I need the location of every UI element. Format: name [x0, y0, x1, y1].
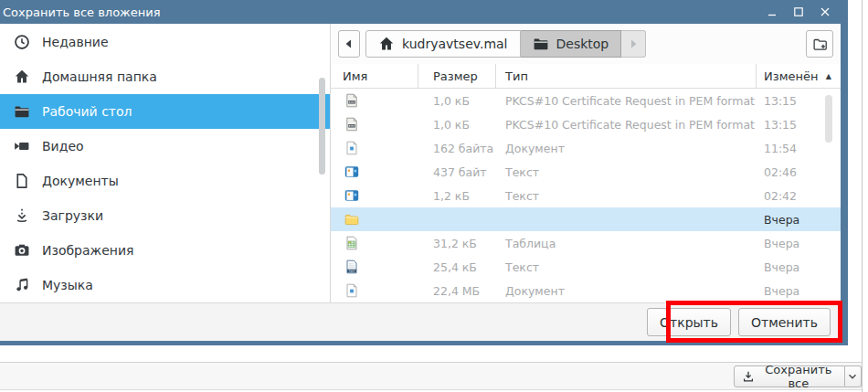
new-folder-button[interactable] — [806, 30, 833, 58]
file-type-cell: Текст — [496, 189, 757, 203]
forward-arrow-icon — [627, 37, 640, 50]
file-name-cell — [331, 283, 418, 298]
file-type-cell: Таблица — [496, 237, 757, 250]
file-row[interactable]: 1,0 кБPKCS#10 Certificate Request in PEM… — [331, 112, 841, 136]
file-modified-cell: Вчера — [757, 213, 841, 227]
breadcrumb-label: kudryavtsev.mal — [402, 37, 508, 51]
folder-crumb-icon — [533, 36, 549, 52]
file-row[interactable]: 31,2 кБТаблицаВчера — [331, 231, 841, 255]
file-size-cell: 1,2 кБ — [418, 189, 496, 203]
sidebar-item[interactable]: Рабочий стол — [0, 94, 330, 129]
back-arrow-icon — [343, 37, 355, 50]
sidebar-item-label: Видео — [42, 139, 84, 154]
file-type-cell: PKCS#10 Certificate Request in PEM forma… — [496, 118, 757, 132]
file-row[interactable]: 22,4 МБДокументВчера — [331, 279, 841, 302]
background-window-edge — [862, 0, 863, 392]
home-icon — [14, 69, 30, 85]
column-header-modified[interactable]: Изменён ▲ — [757, 64, 841, 88]
sidebar-item[interactable]: Музыка — [0, 268, 330, 302]
titlebar[interactable]: Сохранить все вложения — [0, 0, 841, 24]
file-row[interactable]: 437 байтТекст02:46 — [331, 160, 841, 184]
sidebar-item[interactable]: Домашняя папка — [0, 59, 330, 94]
file-size-cell: 25,4 кБ — [418, 260, 496, 274]
sidebar-item-label: Недавние — [42, 35, 109, 49]
column-header-type[interactable]: Тип — [496, 64, 757, 88]
file-name-cell: TXT — [331, 260, 418, 274]
close-button[interactable] — [818, 5, 832, 19]
sidebar-item-label: Музыка — [42, 278, 93, 292]
file-name-cell — [331, 117, 418, 132]
screen: Сохранить все Сохранить все вложения — [0, 0, 868, 392]
document-file-icon — [344, 283, 359, 298]
file-dialog: Сохранить все вложения НедавниеДомашняя … — [0, 0, 848, 345]
sidebar: НедавниеДомашняя папкаРабочий столВидеоД… — [0, 24, 331, 302]
folder-file-icon — [344, 212, 359, 227]
sidebar-item[interactable]: Документы — [0, 164, 330, 198]
forward-button[interactable] — [621, 30, 646, 58]
breadcrumb-parent[interactable]: kudryavtsev.mal — [365, 30, 521, 58]
column-header-name[interactable]: Имя — [331, 64, 418, 88]
file-type-cell: Документ — [496, 142, 757, 155]
sidebar-item[interactable]: Изображения — [0, 233, 330, 268]
file-row[interactable]: TXT25,4 кБТекстВчера — [331, 255, 841, 279]
window-controls — [765, 5, 832, 19]
clock-icon — [14, 34, 30, 50]
file-name-cell — [331, 93, 418, 108]
minimize-icon — [765, 5, 779, 19]
cancel-button[interactable]: Отменить — [738, 308, 831, 336]
minimize-button[interactable] — [765, 5, 779, 19]
file-list: 1,0 кБPKCS#10 Certificate Request in PEM… — [331, 89, 841, 302]
path-toolbar: kudryavtsev.malDesktop — [331, 24, 841, 64]
sidebar-scrollbar[interactable] — [319, 78, 325, 175]
sidebar-item-label: Документы — [42, 174, 119, 188]
document-icon — [14, 173, 30, 189]
file-row[interactable]: 1,2 кБТекст02:42 — [331, 184, 841, 207]
sidebar-item-label: Изображения — [42, 243, 133, 258]
breadcrumb-current[interactable]: Desktop — [521, 30, 622, 58]
file-name-cell — [331, 141, 418, 155]
video-icon — [14, 138, 30, 154]
file-size-cell: 22,4 МБ — [418, 284, 496, 298]
save-all-dropdown-button[interactable] — [845, 366, 862, 387]
column-header-size[interactable]: Размер — [418, 64, 496, 88]
file-type-cell: Текст — [496, 260, 757, 274]
sidebar-item[interactable]: Видео — [0, 129, 330, 164]
sidebar-item-label: Загрузки — [42, 208, 103, 223]
download-icon — [14, 207, 30, 224]
file-name-cell — [331, 212, 418, 227]
close-icon — [818, 5, 832, 19]
content-pane: kudryavtsev.malDesktop Имя — [331, 24, 841, 302]
file-row[interactable]: 1,0 кБPKCS#10 Certificate Request in PEM… — [331, 89, 841, 112]
file-modified-cell: 02:46 — [757, 165, 841, 179]
new-folder-icon — [812, 37, 828, 52]
file-modified-cell: 11:54 — [757, 142, 841, 155]
save-all-split-button: Сохранить все — [734, 366, 862, 387]
home-crumb-icon — [378, 36, 395, 52]
file-modified-cell: Вчера — [757, 237, 841, 250]
file-row[interactable]: Вчера — [331, 207, 841, 231]
file-name-cell — [331, 188, 418, 203]
file-size-cell: 31,2 кБ — [418, 237, 496, 250]
sidebar-item[interactable]: Загрузки — [0, 198, 330, 233]
text-file-blue-icon — [344, 164, 359, 179]
save-all-button[interactable]: Сохранить все — [734, 366, 845, 387]
attachment-bar: Сохранить все — [0, 362, 862, 390]
open-button[interactable]: Открыть — [647, 308, 731, 336]
file-list-scrollbar[interactable] — [825, 95, 832, 143]
dialog-footer: Открыть Отменить — [0, 302, 841, 341]
file-modified-cell: Вчера — [757, 260, 841, 274]
folder-icon — [14, 103, 30, 120]
back-button[interactable] — [338, 30, 360, 58]
breadcrumb: kudryavtsev.malDesktop — [365, 30, 646, 58]
file-size-cell: 1,0 кБ — [418, 118, 496, 132]
certificate-file-icon — [344, 117, 359, 132]
file-row[interactable]: 162 байтаДокумент11:54 — [331, 136, 841, 160]
maximize-button[interactable] — [791, 5, 806, 19]
save-icon — [742, 370, 755, 383]
txt-file-icon: TXT — [344, 260, 359, 274]
window-title: Сохранить все вложения — [3, 5, 161, 19]
document-file-icon — [344, 141, 359, 155]
file-type-cell: Документ — [496, 284, 757, 298]
sidebar-item[interactable]: Недавние — [0, 25, 330, 59]
svg-text:TXT: TXT — [348, 270, 355, 273]
